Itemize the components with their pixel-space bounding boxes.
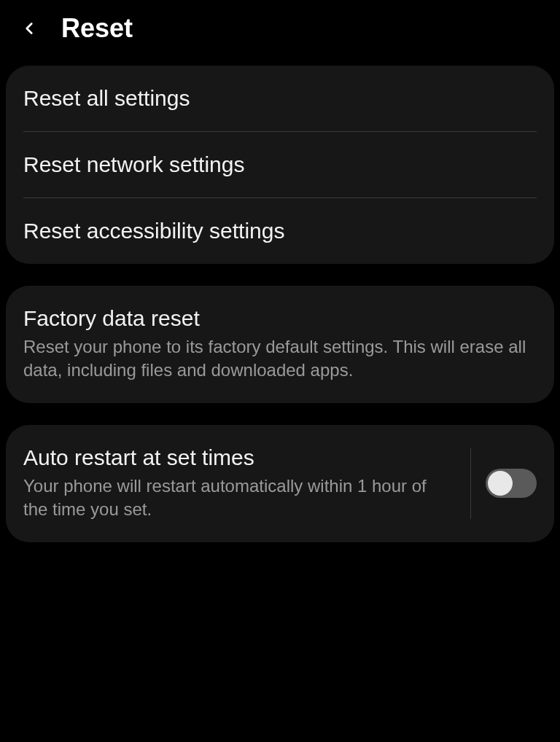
list-item-label: Reset all settings bbox=[23, 86, 537, 111]
reset-options-card: Reset all settings Reset network setting… bbox=[6, 66, 554, 264]
list-item-description: Reset your phone to its factory default … bbox=[23, 335, 537, 383]
toggle-content: Auto restart at set times Your phone wil… bbox=[23, 445, 464, 522]
auto-restart-toggle[interactable] bbox=[486, 469, 537, 498]
back-button[interactable] bbox=[18, 17, 41, 40]
list-item-label: Reset accessibility settings bbox=[23, 219, 537, 243]
header: Reset bbox=[0, 0, 560, 66]
factory-data-reset-item[interactable]: Factory data reset Reset your phone to i… bbox=[6, 286, 554, 403]
list-item-description: Your phone will restart automatically wi… bbox=[23, 475, 453, 522]
reset-all-settings-item[interactable]: Reset all settings bbox=[6, 66, 554, 131]
toggle-knob bbox=[488, 471, 513, 496]
factory-reset-card: Factory data reset Reset your phone to i… bbox=[6, 286, 554, 403]
reset-accessibility-settings-item[interactable]: Reset accessibility settings bbox=[6, 198, 554, 264]
chevron-left-icon bbox=[20, 19, 39, 38]
reset-network-settings-item[interactable]: Reset network settings bbox=[6, 132, 554, 198]
list-item-label: Auto restart at set times bbox=[23, 445, 453, 470]
list-item-label: Factory data reset bbox=[23, 306, 537, 331]
auto-restart-card: Auto restart at set times Your phone wil… bbox=[6, 425, 554, 542]
list-item-label: Reset network settings bbox=[23, 152, 537, 177]
divider bbox=[470, 448, 471, 519]
auto-restart-item[interactable]: Auto restart at set times Your phone wil… bbox=[6, 425, 554, 542]
page-title: Reset bbox=[61, 13, 133, 44]
